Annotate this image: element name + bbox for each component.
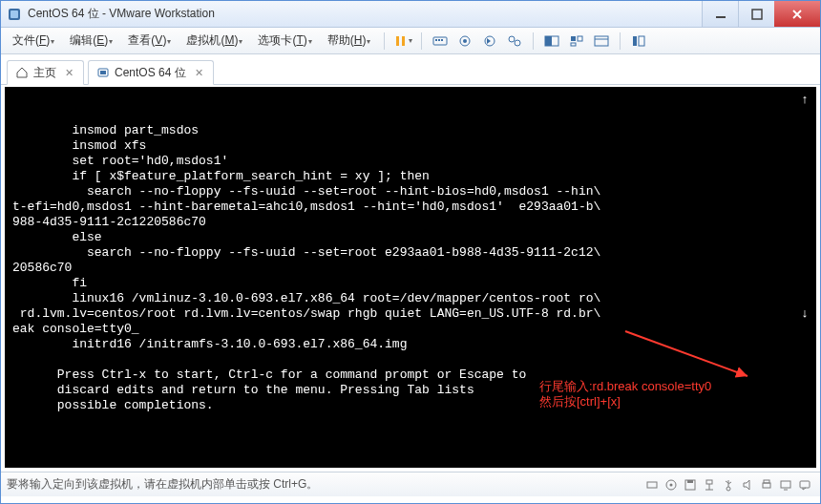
svg-rect-17 (545, 36, 552, 46)
device-printer-icon[interactable] (758, 476, 775, 494)
status-text: 要将输入定向到该虚拟机，请在虚拟机内部单击或按 Ctrl+G。 (7, 476, 318, 493)
tab-vm-label: CentOS 64 位 (115, 65, 186, 81)
svg-rect-41 (764, 480, 769, 483)
device-floppy-icon[interactable] (682, 476, 699, 494)
svg-rect-3 (752, 10, 762, 19)
tab-bar: 主页 ✕ CentOS 64 位 ✕ (1, 54, 820, 85)
pause-button[interactable]: ▾ (392, 31, 413, 52)
annotation-line1: 行尾输入:rd.break console=tty0 (539, 379, 711, 394)
tab-home-close-icon[interactable]: ✕ (65, 67, 74, 79)
terminal-output: insmod part_msdos insmod xfs set root='h… (5, 87, 816, 468)
svg-rect-8 (438, 39, 440, 41)
svg-rect-40 (763, 483, 770, 488)
window-title: CentOS 64 位 - VMware Workstation (28, 6, 702, 22)
vm-icon (96, 66, 110, 79)
console-view-icon[interactable] (591, 31, 612, 52)
svg-rect-42 (781, 481, 790, 488)
svg-rect-4 (396, 36, 399, 46)
window-titlebar: CentOS 64 位 - VMware Workstation (1, 1, 820, 28)
snapshot-icon[interactable] (454, 31, 475, 52)
svg-point-13 (509, 36, 515, 42)
device-sound-icon[interactable] (739, 476, 756, 494)
device-display-icon[interactable] (777, 476, 794, 494)
svg-rect-26 (100, 71, 106, 74)
svg-rect-33 (706, 480, 712, 484)
svg-point-30 (670, 483, 673, 486)
minimize-button[interactable] (702, 1, 738, 27)
menu-help[interactable]: 帮助(H)▾ (322, 31, 377, 51)
library-icon[interactable] (628, 31, 649, 52)
unity-icon[interactable] (566, 31, 587, 52)
device-hdd-icon[interactable] (643, 476, 661, 494)
tab-vm-close-icon[interactable]: ✕ (195, 67, 203, 79)
svg-rect-19 (578, 36, 582, 41)
scroll-up-indicator: ↑ (801, 93, 809, 107)
maximize-button[interactable] (738, 1, 774, 27)
svg-rect-18 (571, 36, 576, 41)
menu-vm[interactable]: 虚拟机(M)▾ (180, 31, 248, 51)
menu-tabs[interactable]: 选项卡(T)▾ (252, 31, 317, 51)
separator (384, 32, 385, 50)
separator (533, 32, 534, 50)
svg-rect-20 (571, 43, 576, 46)
svg-line-27 (625, 331, 747, 376)
svg-rect-23 (633, 36, 637, 46)
svg-rect-24 (639, 36, 644, 46)
window-controls (702, 1, 820, 27)
svg-rect-44 (800, 481, 810, 488)
snapshot-revert-icon[interactable] (479, 31, 500, 52)
svg-rect-21 (595, 36, 608, 46)
device-cd-icon[interactable] (663, 476, 680, 494)
vm-console[interactable]: insmod part_msdos insmod xfs set root='h… (1, 85, 820, 472)
menu-edit[interactable]: 编辑(E)▾ (64, 31, 118, 51)
tab-vm-centos[interactable]: CentOS 64 位 ✕ (88, 60, 214, 85)
svg-rect-9 (441, 39, 443, 41)
app-icon (7, 7, 22, 22)
device-usb-icon[interactable] (720, 476, 737, 494)
close-button[interactable] (774, 1, 820, 27)
menubar: 文件(F)▾ 编辑(E)▾ 查看(V)▾ 虚拟机(M)▾ 选项卡(T)▾ 帮助(… (1, 28, 820, 54)
svg-rect-5 (402, 36, 405, 46)
message-log-icon[interactable] (796, 476, 813, 494)
home-icon (15, 66, 29, 79)
svg-rect-7 (435, 39, 437, 41)
svg-rect-1 (11, 10, 18, 18)
separator (620, 32, 621, 50)
svg-point-11 (463, 39, 467, 43)
svg-point-36 (726, 487, 730, 491)
scroll-down-indicator: ↓ (801, 306, 809, 321)
fullscreen-icon[interactable] (541, 31, 562, 52)
svg-line-15 (514, 40, 516, 42)
send-keys-icon[interactable] (430, 31, 451, 52)
tab-home-label: 主页 (33, 65, 56, 81)
annotation-line2: 然后按[ctrl]+[x] (539, 394, 711, 410)
svg-rect-2 (716, 16, 726, 18)
snapshot-manager-icon[interactable] (504, 31, 525, 52)
status-bar: 要将输入定向到该虚拟机，请在虚拟机内部单击或按 Ctrl+G。 (1, 472, 820, 496)
device-network-icon[interactable] (701, 476, 718, 494)
annotation-text: 行尾输入:rd.break console=tty0 然后按[ctrl]+[x] (539, 379, 711, 410)
tab-home[interactable]: 主页 ✕ (7, 60, 84, 85)
menu-file[interactable]: 文件(F)▾ (7, 31, 60, 51)
menu-view[interactable]: 查看(V)▾ (122, 31, 177, 51)
separator (421, 32, 422, 50)
svg-point-14 (515, 40, 520, 46)
svg-rect-28 (647, 482, 657, 488)
svg-rect-32 (687, 480, 693, 483)
